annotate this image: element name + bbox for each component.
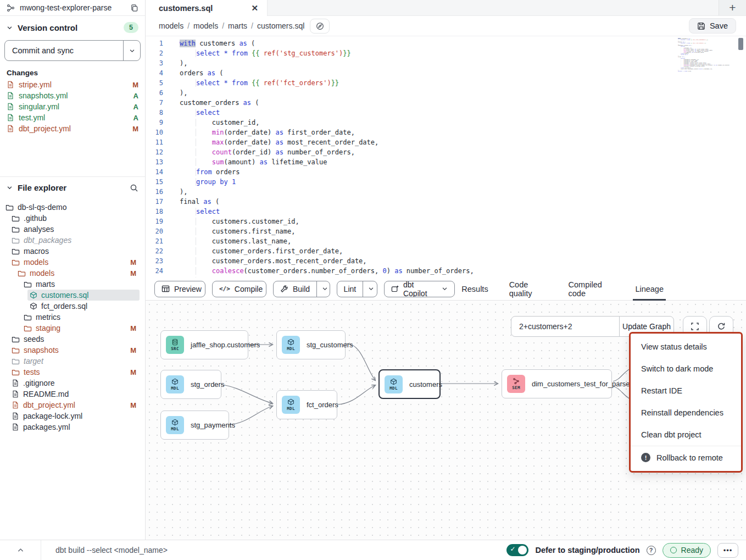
lineage-node-jaffle_shop.customers[interactable]: SRCjaffle_shop.customers (160, 330, 248, 359)
tab-lineage[interactable]: Lineage (635, 278, 664, 300)
build-button-group: Build (273, 281, 330, 297)
new-tab-button[interactable]: + (719, 0, 746, 16)
breadcrumb: models/models/marts/customers.sql (159, 21, 304, 30)
tree-item-analyses[interactable]: analyses (0, 224, 145, 235)
tree-item-status: M (130, 368, 136, 376)
tree-item-marts[interactable]: marts (0, 279, 145, 290)
tree-item-snapshots[interactable]: snapshotsM (0, 345, 145, 356)
file-icon (7, 103, 14, 110)
tree-item-models[interactable]: modelsM (0, 257, 145, 268)
tab-results[interactable]: Results (461, 278, 488, 300)
minimap[interactable]: with customers as ( select * from {{ ref… (678, 38, 734, 76)
model-icon (30, 291, 37, 299)
line-number: 5 (146, 78, 163, 88)
tree-item-label: staging (36, 324, 60, 332)
tabbar-filler (268, 0, 719, 16)
save-button[interactable]: Save (689, 18, 736, 34)
lint-options-dropdown[interactable] (363, 281, 377, 297)
tree-item-macros[interactable]: macros (0, 246, 145, 257)
tab-compiled-code[interactable]: Compiled code (569, 278, 615, 300)
line-number: 7 (146, 98, 163, 108)
tab-customers-sql[interactable]: customers.sql ✕ (146, 0, 268, 16)
menu-item-clean-dbt-project[interactable]: Clean dbt project (631, 424, 741, 446)
tree-item--github[interactable]: .github (0, 213, 145, 224)
mdl-badge: MDL (166, 375, 184, 393)
help-icon[interactable]: ? (647, 546, 656, 555)
version-control-header[interactable]: Version control 5 (0, 16, 145, 38)
tree-item-packages-yml[interactable]: packages.yml (0, 422, 145, 433)
tree-item-seeds[interactable]: seeds (0, 334, 145, 345)
wrench-icon (280, 285, 288, 293)
line-number: 17 (146, 197, 163, 207)
file-icon (7, 81, 14, 88)
commit-and-sync-button[interactable]: Commit and sync (4, 40, 141, 61)
build-options-dropdown[interactable] (316, 281, 330, 297)
change-item[interactable]: singular.ymlA (0, 101, 145, 112)
lineage-node-dim_customers_test_for_parse[interactable]: SEMdim_customers_test_for_parse (502, 369, 612, 398)
tree-item-readme-md[interactable]: README.md (0, 389, 145, 400)
search-icon[interactable] (130, 184, 138, 192)
lineage-selector-input[interactable] (511, 316, 620, 337)
breadcrumb-item[interactable]: customers.sql (257, 21, 304, 30)
result-tabs: ResultsCode qualityCompiled codeLineage (461, 278, 664, 300)
collapse-panel-button[interactable] (0, 540, 41, 560)
more-options-button[interactable]: ••• (717, 543, 738, 558)
tree-item-label: fct_orders.sql (41, 302, 87, 311)
tree-item-label: seeds (24, 335, 44, 343)
tree-item-dbt-project-yml[interactable]: dbt_project.ymlM (0, 400, 145, 411)
close-icon[interactable]: ✕ (251, 4, 258, 12)
dbt-copilot-button[interactable]: dbt Copilot (384, 281, 455, 297)
breadcrumb-item[interactable]: marts (228, 21, 247, 30)
lineage-node-customers[interactable]: MDLcustomers (378, 369, 441, 399)
tree-item-target[interactable]: target (0, 356, 145, 367)
menu-item-switch-to-dark-mode[interactable]: Switch to dark mode (631, 358, 741, 380)
copy-icon[interactable] (130, 4, 138, 12)
code-editor[interactable]: with customers as ( select * from {{ ref… (171, 38, 746, 278)
tree-item--gitignore[interactable]: .gitignore (0, 378, 145, 389)
build-button[interactable]: Build (274, 281, 316, 297)
preview-button[interactable]: Preview (154, 281, 205, 297)
change-item[interactable]: dbt_project.ymlM (0, 123, 145, 134)
chevron-up-icon (17, 547, 24, 554)
tree-item-customers-sql[interactable]: customers.sql (0, 290, 145, 301)
tree-item-fct-orders-sql[interactable]: fct_orders.sql (0, 301, 145, 312)
line-number: 8 (146, 108, 163, 118)
tree-item-models[interactable]: modelsM (0, 268, 145, 279)
file-explorer-header[interactable]: File explorer (0, 177, 145, 197)
compile-button[interactable]: </>Compile (212, 281, 266, 297)
scrollbar-thumb[interactable] (738, 38, 743, 50)
menu-item-rollback-to-remote[interactable]: !Rollback to remote (631, 446, 741, 469)
tree-item-metrics[interactable]: metrics (0, 312, 145, 323)
lint-button[interactable]: Lint (337, 281, 363, 297)
tab-code-quality[interactable]: Code quality (509, 278, 548, 300)
menu-item-reinstall-dependencies[interactable]: Reinstall dependencies (631, 402, 741, 424)
lineage-node-stg_customers[interactable]: MDLstg_customers (276, 330, 346, 359)
commit-and-sync-label[interactable]: Commit and sync (5, 41, 123, 60)
command-prompt[interactable]: dbt build --select <model_name> (41, 546, 168, 555)
explore-lineage-button[interactable] (310, 19, 330, 34)
lineage-node-stg_orders[interactable]: MDLstg_orders (160, 370, 221, 399)
defer-toggle[interactable]: ✓ (506, 544, 528, 556)
breadcrumb-item[interactable]: models (193, 21, 218, 30)
menu-item-view-status-details[interactable]: View status details (631, 336, 741, 358)
commit-options-dropdown[interactable] (123, 41, 140, 60)
tree-item-dbt-packages[interactable]: dbt_packages (0, 235, 145, 246)
tree-item-staging[interactable]: stagingM (0, 323, 145, 334)
change-item[interactable]: test.ymlA (0, 112, 145, 123)
tree-item-db-sl-qs-demo[interactable]: db-sl-qs-demo (0, 202, 145, 213)
tree-item-tests[interactable]: testsM (0, 367, 145, 378)
change-item[interactable]: snapshots.ymlA (0, 90, 145, 101)
lineage-node-fct_orders[interactable]: MDLfct_orders (276, 390, 337, 419)
mdl-badge: MDL (282, 336, 300, 354)
code-line: with customers as ( (180, 38, 746, 48)
lineage-node-stg_payments[interactable]: MDLstg_payments (160, 411, 229, 440)
status-ready-badge[interactable]: Ready (663, 543, 711, 558)
line-number: 23 (146, 256, 163, 266)
ide-options-context-menu: View status detailsSwitch to dark modeRe… (629, 332, 743, 473)
breadcrumb-item[interactable]: models (159, 21, 183, 30)
menu-item-restart-ide[interactable]: Restart IDE (631, 380, 741, 402)
tree-item-package-lock-yml[interactable]: package-lock.yml (0, 411, 145, 422)
lineage-canvas[interactable]: SRCjaffle_shop.customersMDLstg_customers… (146, 301, 746, 540)
change-item[interactable]: stripe.ymlM (0, 79, 145, 90)
changes-label: Changes (0, 68, 145, 79)
